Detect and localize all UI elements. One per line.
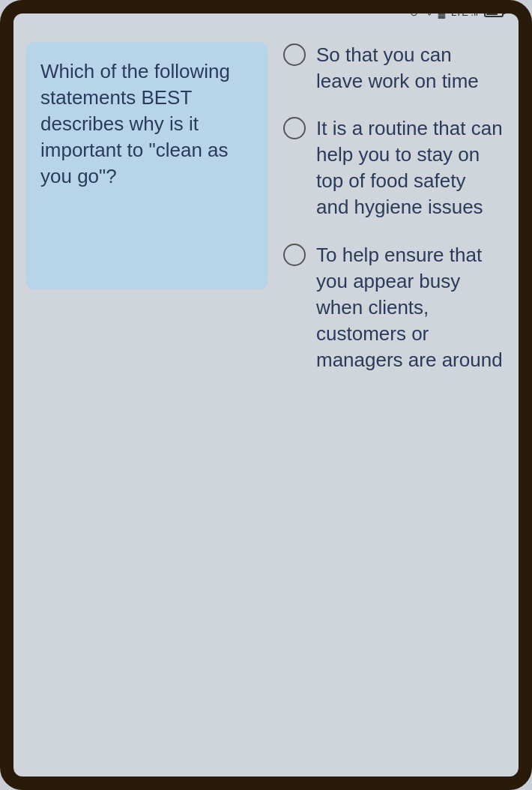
answer-text-a: So that you can leave work on time [316, 42, 504, 94]
question-column: Which of the following statements BEST d… [19, 36, 274, 765]
wifi-icon: ∿ [424, 7, 432, 18]
radio-b[interactable] [283, 117, 306, 139]
answer-text-b: It is a routine that can help you to sta… [316, 115, 504, 220]
main-content: Which of the following statements BEST d… [13, 24, 519, 777]
radio-a[interactable] [283, 43, 306, 66]
signal-icon: ▓ [438, 7, 445, 18]
status-bar: ⊙ ∿ ▓ LTE .ll [13, 0, 519, 24]
battery-icon [484, 7, 504, 17]
question-text: Which of the following statements BEST d… [40, 58, 253, 190]
answer-text-c: To help ensure that you appear busy when… [316, 242, 504, 373]
time-icon: ⊙ [410, 7, 418, 18]
network-icon: LTE .ll [451, 7, 478, 18]
radio-c[interactable] [283, 244, 306, 266]
answer-option-b[interactable]: It is a routine that can help you to sta… [283, 115, 504, 220]
answer-option-a[interactable]: So that you can leave work on time [283, 42, 504, 94]
answers-column: So that you can leave work on time It is… [274, 36, 513, 765]
question-card: Which of the following statements BEST d… [25, 42, 268, 289]
answer-option-c[interactable]: To help ensure that you appear busy when… [283, 242, 504, 373]
